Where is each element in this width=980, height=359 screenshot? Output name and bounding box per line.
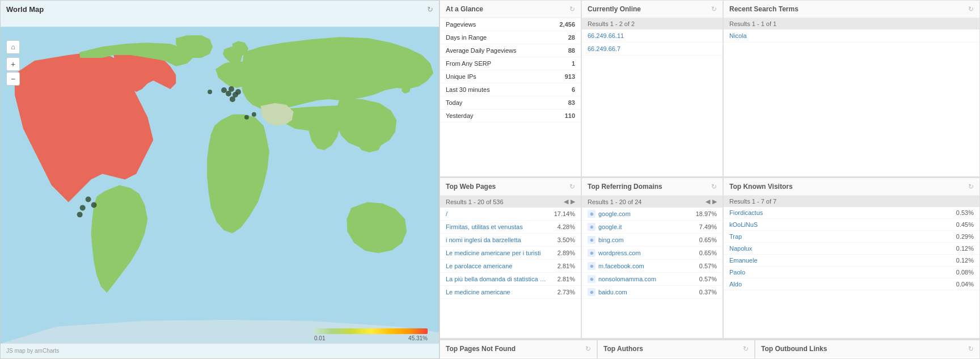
visitor-link[interactable]: kOoLiNuS	[729, 221, 758, 228]
ip-link[interactable]: 66.249.66.11	[588, 32, 624, 39]
map-marker	[91, 202, 97, 208]
legend-color-bar	[314, 328, 428, 334]
top-outbound-refresh[interactable]: ↻	[968, 345, 974, 353]
top-not-found-refresh[interactable]: ↻	[585, 345, 591, 353]
domain-link[interactable]: bing.com	[598, 236, 624, 243]
recent-search-refresh[interactable]: ↻	[968, 5, 974, 13]
page-link[interactable]: Firmitas, utilitas et venustas	[446, 223, 523, 230]
map-refresh-icon[interactable]: ↻	[427, 5, 433, 14]
currently-online-widget: Currently Online ↻ Results 1 - 2 of 2 66…	[581, 0, 723, 177]
map-marker	[80, 205, 86, 210]
visitor-link[interactable]: Aldo	[729, 281, 742, 288]
top-referring-refresh[interactable]: ↻	[711, 183, 717, 191]
map-marker	[229, 86, 234, 92]
top-authors-header: Top Authors ↻	[598, 340, 754, 357]
prev-page-icon[interactable]: ◀	[564, 198, 568, 205]
prev-page-icon[interactable]: ◀	[706, 198, 710, 205]
web-page-row: /17.14%	[440, 208, 581, 221]
right-panel: At a Glance ↻ Pageviews2,456Days in Rang…	[440, 0, 980, 359]
recent-search-header: Recent Search Terms ↻	[724, 1, 979, 18]
map-marker	[221, 87, 227, 93]
visitor-link[interactable]: Napolux	[729, 245, 752, 252]
row-label: Yesterday	[446, 112, 474, 119]
known-visitor-row: Fiordicactus0.53%	[724, 207, 979, 219]
page-link[interactable]: i nomi inglesi da barzelletta	[446, 236, 521, 243]
domain-link[interactable]: m.facebook.com	[598, 263, 644, 269]
top-web-pages-refresh[interactable]: ↻	[569, 183, 575, 191]
top-authors-widget: Top Authors ↻	[597, 340, 755, 359]
row-value: 110	[565, 112, 575, 119]
at-a-glance-row: Unique IPs913	[440, 70, 581, 83]
row-value: 1	[572, 60, 575, 67]
visitor-link[interactable]: Fiordicactus	[729, 209, 763, 216]
page-link[interactable]: Le medicine americane per i turisti	[446, 250, 541, 256]
zoom-out-button[interactable]: −	[6, 72, 20, 86]
top-web-pages-results-label: Results 1 - 20 of 536	[446, 198, 504, 205]
online-ip-row: 66.249.66.7	[582, 43, 723, 56]
at-a-glance-content: Pageviews2,456Days in Range28Average Dai…	[440, 18, 581, 176]
search-term-link[interactable]: Nicola	[729, 32, 747, 39]
recent-search-results-bar: Results 1 - 1 of 1	[724, 18, 979, 29]
page-link[interactable]: /	[446, 210, 447, 217]
row-value: 88	[568, 47, 575, 54]
visitor-percent: 0.53%	[956, 209, 974, 216]
top-authors-refresh[interactable]: ↻	[743, 345, 749, 353]
row-label: Average Daily Pageviews	[446, 47, 517, 54]
web-page-row: La più bella domanda di statistica di se…	[440, 273, 581, 286]
top-web-pages-content: /17.14%Firmitas, utilitas et venustas4.2…	[440, 208, 581, 338]
domain-icon: ⊕	[588, 210, 595, 218]
map-marker	[230, 96, 235, 102]
referring-domain-row: ⊕bing.com0.65%	[582, 234, 723, 247]
page-link[interactable]: Le parolacce americane	[446, 263, 512, 269]
top-web-pages-title: Top Web Pages	[446, 183, 496, 191]
zoom-in-button[interactable]: +	[6, 57, 20, 71]
domain-left: ⊕baidu.com	[588, 288, 627, 296]
currently-online-refresh[interactable]: ↻	[711, 5, 717, 13]
web-page-row: i nomi inglesi da barzelletta3.50%	[440, 234, 581, 247]
map-marker	[86, 196, 91, 202]
known-visitor-row: kOoLiNuS0.45%	[724, 219, 979, 231]
domain-link[interactable]: baidu.com	[598, 289, 627, 295]
row-value: 2,456	[559, 21, 575, 28]
next-page-icon[interactable]: ▶	[712, 198, 717, 205]
domain-left: ⊕bing.com	[588, 236, 624, 244]
visitor-link[interactable]: Paolo	[729, 269, 745, 276]
map-marker	[77, 212, 83, 217]
at-a-glance-row: From Any SERP1	[440, 57, 581, 70]
page-link[interactable]: La più bella domanda di statistica di se…	[446, 276, 548, 282]
map-marker	[252, 112, 256, 117]
row-value: 6	[572, 86, 575, 93]
top-row: At a Glance ↻ Pageviews2,456Days in Rang…	[440, 0, 980, 178]
online-ip-row: 66.249.66.11	[582, 29, 723, 43]
top-referring-content: ⊕google.com18.97%⊕google.it7.49%⊕bing.co…	[582, 208, 723, 338]
currently-online-header: Currently Online ↻	[582, 1, 723, 18]
row-label: Pageviews	[446, 21, 476, 28]
web-page-row: Le medicine americane per i turisti2.89%	[440, 247, 581, 260]
visitor-link[interactable]: Emanuele	[729, 257, 758, 264]
domain-link[interactable]: wordpress.com	[598, 250, 641, 256]
page-link[interactable]: Le medicine americane	[446, 289, 510, 295]
domain-link[interactable]: google.it	[598, 223, 622, 230]
referring-domain-row: ⊕google.com18.97%	[582, 208, 723, 221]
map-home-button[interactable]: ⌂	[6, 40, 20, 54]
next-page-icon[interactable]: ▶	[571, 198, 575, 205]
visitor-link[interactable]: Trap	[729, 233, 742, 240]
at-a-glance-row: Pageviews2,456	[440, 18, 581, 31]
visitor-percent: 0.12%	[956, 257, 974, 264]
at-a-glance-refresh[interactable]: ↻	[569, 5, 575, 13]
top-not-found-widget: Top Pages Not Found ↻	[440, 340, 597, 359]
domain-link[interactable]: nonsolomamma.com	[598, 276, 656, 282]
domain-link[interactable]: google.com	[598, 210, 631, 217]
bottom-row: Top Pages Not Found ↻ Top Authors ↻ Top …	[440, 339, 980, 359]
map-marker	[235, 89, 241, 95]
page-percent: 2.81%	[557, 263, 575, 269]
top-known-refresh[interactable]: ↻	[968, 183, 974, 191]
page-percent: 17.14%	[554, 210, 575, 217]
top-web-pages-header: Top Web Pages ↻	[440, 178, 581, 196]
visitor-percent: 0.08%	[956, 269, 974, 276]
known-visitor-row: Aldo0.04%	[724, 278, 979, 290]
map-title: World Map	[6, 5, 44, 14]
ip-link[interactable]: 66.249.66.7	[588, 45, 620, 52]
legend-max: 45.31%	[408, 335, 428, 341]
currently-online-content: 66.249.66.1166.249.66.7	[582, 29, 723, 176]
